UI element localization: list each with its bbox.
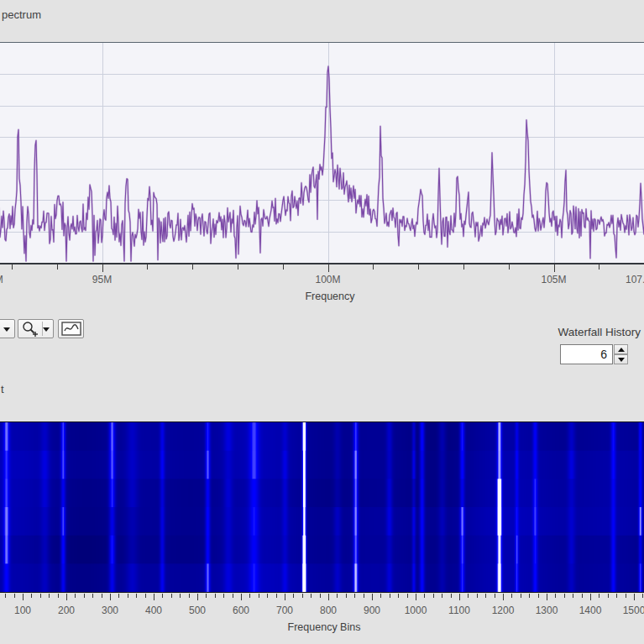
x-tick [485, 594, 486, 598]
x-tick-label: 100 [14, 605, 31, 616]
x-tick [23, 594, 24, 600]
x-tick [162, 594, 163, 598]
x-tick [58, 594, 59, 598]
x-tick [626, 594, 626, 598]
x-tick [285, 594, 285, 600]
waterfall-history-label: Waterfall History [558, 326, 641, 338]
x-tick [642, 594, 643, 598]
x-tick [509, 264, 510, 270]
x-tick [12, 264, 13, 270]
x-tick-label: 500 [189, 605, 206, 616]
spectrum-x-axis-title: Frequency [305, 291, 354, 302]
x-tick [171, 594, 172, 598]
waveform-box-icon [61, 322, 81, 336]
down-arrow-icon [618, 358, 625, 362]
x-tick [390, 594, 390, 598]
x-tick [302, 594, 303, 598]
x-tick [241, 594, 242, 600]
x-tick [442, 594, 442, 598]
x-tick [346, 594, 347, 598]
x-tick-label: 300 [102, 605, 118, 616]
x-tick [416, 594, 416, 600]
x-tick [582, 594, 583, 598]
x-tick [31, 594, 32, 598]
waterfall-x-axis-ticks [0, 594, 644, 602]
x-tick-label: 95M [92, 274, 112, 285]
x-tick [538, 594, 539, 598]
x-tick [147, 264, 148, 270]
x-tick [75, 594, 76, 598]
x-tick [433, 594, 434, 598]
zoom-tool-button[interactable] [18, 319, 54, 338]
x-tick-label: 800 [320, 605, 337, 616]
x-tick [407, 594, 408, 598]
x-tick [372, 594, 373, 600]
x-tick [189, 594, 190, 598]
x-tick [511, 594, 512, 598]
x-tick-label: 92.5M [0, 274, 3, 285]
x-tick-label: 700 [276, 605, 293, 616]
x-tick [92, 594, 93, 598]
x-tick-label: 1100 [448, 605, 470, 616]
waterfall-history-spinner [614, 344, 628, 364]
x-tick [259, 594, 259, 598]
x-tick [102, 594, 102, 598]
x-tick [215, 594, 216, 598]
x-tick [463, 264, 464, 270]
x-tick [599, 264, 599, 270]
spectrum-x-axis-labels: 92.5M95M100M105M107.5M [0, 274, 644, 287]
x-tick-label: 1400 [579, 605, 602, 616]
x-tick-label: 600 [233, 605, 249, 616]
x-tick [328, 264, 329, 272]
cursor-tool-button-partial[interactable] [0, 319, 15, 338]
x-tick [459, 594, 460, 600]
x-tick [238, 264, 238, 270]
up-arrow-icon [618, 348, 625, 352]
x-tick [128, 594, 128, 598]
x-tick [398, 594, 399, 598]
x-tick [267, 594, 268, 598]
spectrum-plot-canvas[interactable] [0, 43, 644, 263]
x-tick [380, 594, 381, 598]
x-tick [110, 594, 111, 600]
x-tick [206, 594, 207, 598]
x-tick [373, 264, 374, 270]
x-tick [477, 594, 478, 598]
spinner-down-button[interactable] [614, 354, 628, 364]
x-tick [136, 594, 137, 598]
spectrum-plot[interactable] [0, 42, 644, 264]
x-tick-label: 1000 [405, 605, 427, 616]
waterfall-plot[interactable] [0, 421, 644, 593]
x-tick [102, 264, 103, 272]
x-tick [418, 264, 419, 270]
spinner-up-button[interactable] [614, 344, 628, 354]
scale-to-fit-button[interactable] [58, 319, 84, 338]
x-tick [40, 594, 41, 598]
x-tick [573, 594, 573, 598]
x-tick [192, 264, 193, 270]
x-tick [197, 594, 198, 600]
x-tick [233, 594, 233, 598]
app-window: pectrum 92.5M95M100M105M107.5M Frequency… [0, 0, 644, 644]
x-tick [57, 264, 58, 270]
x-tick [354, 594, 355, 598]
spectrum-x-axis-ticks [0, 264, 644, 273]
x-tick [503, 594, 504, 600]
x-tick [276, 594, 277, 598]
x-tick [84, 594, 85, 598]
x-tick [529, 594, 530, 598]
x-tick [495, 594, 495, 598]
x-tick-label: 1500 [623, 605, 644, 616]
x-tick [547, 594, 547, 600]
waterfall-history-input[interactable] [560, 344, 613, 364]
waterfall-plot-canvas[interactable] [0, 422, 644, 592]
x-tick [554, 264, 555, 272]
x-tick-label: 1200 [492, 605, 515, 616]
x-tick [311, 594, 312, 598]
x-tick [154, 594, 154, 600]
x-tick [337, 594, 338, 598]
dropdown-caret-icon [43, 327, 50, 332]
x-tick [608, 594, 609, 598]
x-tick [49, 594, 50, 598]
x-tick [118, 594, 119, 598]
